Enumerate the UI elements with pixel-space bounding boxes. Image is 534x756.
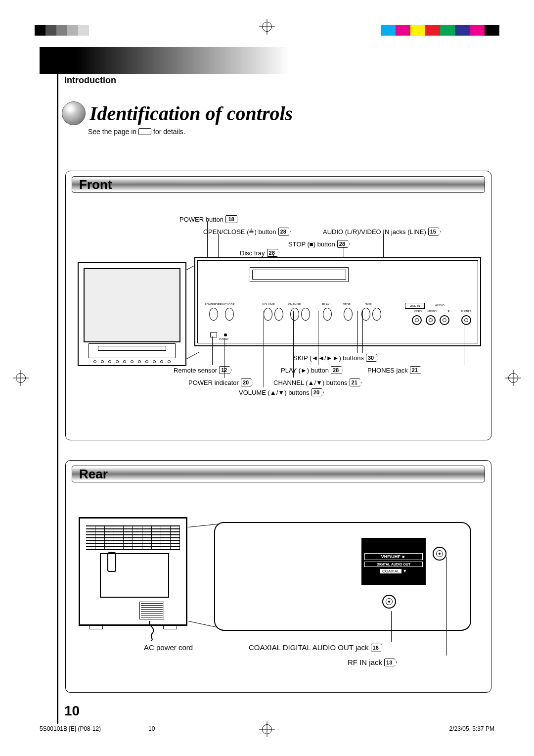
tiny-label: R [447, 310, 449, 313]
tv-buttons-row-icon [93, 360, 171, 364]
coaxial-tag: COAXIAL [380, 569, 401, 573]
openclose-btn-icon [225, 308, 234, 321]
tv-front-thumb [78, 262, 186, 366]
disc-tray-icon [250, 267, 349, 282]
page-ref: 13 [384, 659, 397, 666]
tiny-label: L/MONO [427, 310, 437, 313]
label-ac-cord: AC power cord [144, 643, 193, 652]
remote-sensor-icon [210, 332, 217, 337]
front-panel-closeup: POWER OPEN/CLOSE VOLUME CHANNEL PLAY STO… [194, 257, 481, 346]
stop-btn-icon [344, 308, 353, 321]
phones-jack-icon [461, 315, 471, 325]
tiny-label: VOLUME [259, 303, 278, 306]
play-btn-icon [323, 308, 332, 321]
tv-label-plate-icon [139, 602, 164, 619]
label-remote-sensor: Remote sensor 12 [174, 366, 231, 374]
ch-down-icon [290, 308, 299, 321]
arrow-down-icon: ▼ [402, 568, 407, 573]
tv-screen-icon [84, 268, 180, 342]
footer-doc: 5S00101B [E] (P08-12) [40, 725, 101, 732]
page-ref: 15 [428, 228, 441, 236]
page-ref: 16 [371, 644, 383, 652]
vhf-uhf-label: VHF/UHF ► [364, 553, 423, 560]
label-coaxial: COAXIAL DIGITAL AUDIO OUT jack 16 [249, 643, 383, 652]
label-channel: CHANNEL (▲/▼) buttons 21 [273, 378, 362, 386]
ac-cord-icon [145, 621, 160, 641]
tiny-label: VIDEO [414, 310, 422, 313]
digital-out-label: DIGITAL AUDIO OUT [364, 562, 423, 567]
audio-l-jack-icon [426, 315, 436, 325]
tiny-label: SKIP [358, 303, 378, 306]
header-gradient [40, 47, 494, 74]
front-heading: Front [72, 176, 485, 193]
tiny-label: CHANNEL [285, 303, 305, 306]
rear-section: Rear VHF/UHF ► DIGITAL AUDIO OUT [65, 460, 491, 693]
page-ref: 20 [241, 378, 253, 386]
page-title: Identification of controls [62, 101, 293, 125]
rear-heading: Rear [72, 466, 485, 482]
page-ref: 28 [331, 366, 343, 374]
footer-date: 2/23/05, 5:37 PM [449, 725, 494, 732]
title-ornament-icon [62, 101, 86, 125]
label-rf-in: RF IN jack 13 [348, 658, 397, 666]
page-ref: 30 [366, 354, 378, 362]
page-ref-icon [138, 128, 151, 135]
tiny-label: AUDIO [435, 304, 445, 307]
left-register-mark-icon [14, 371, 28, 385]
title-text: Identification of controls [89, 102, 293, 125]
tv-cavity-icon [100, 553, 169, 598]
tv-grille-icon [86, 525, 180, 550]
label-open-close: OPEN/CLOSE (≜) button 28 [203, 228, 291, 236]
video-jack-icon [412, 315, 422, 325]
tv-rear-thumb [79, 517, 187, 626]
line-in-label: LINE IN [405, 303, 425, 309]
title-subtitle: See the page in for details. [88, 128, 185, 136]
subtitle-pre: See the page in [88, 128, 136, 136]
page-ref: 12 [219, 366, 231, 374]
subtitle-post: for details. [153, 128, 185, 136]
tiny-label: PHONES [461, 310, 471, 313]
label-volume: VOLUME (▲/▼) buttons 20 [239, 388, 324, 396]
bottom-register-mark-icon [260, 722, 274, 736]
top-register-mark-icon [260, 20, 274, 34]
rear-label-block: VHF/UHF ► DIGITAL AUDIO OUT COAXIAL ▼ [361, 538, 426, 585]
audio-r-jack-icon [440, 315, 449, 325]
vol-down-icon [264, 308, 272, 321]
vol-up-icon [274, 308, 283, 321]
rf-in-jack-icon [433, 547, 446, 561]
margin-rule [57, 47, 58, 724]
label-power-button: POWER button 18 [179, 215, 237, 223]
page-ref: 18 [225, 215, 237, 223]
coaxial-jack-icon [382, 595, 396, 609]
skip-next-icon [372, 308, 381, 321]
chapter-label: Introduction [64, 75, 116, 86]
rear-panel-closeup: VHF/UHF ► DIGITAL AUDIO OUT COAXIAL ▼ [214, 522, 471, 631]
label-stop: STOP (■) button 28 [288, 240, 350, 248]
page-number: 10 [64, 703, 80, 719]
right-register-mark-icon [506, 371, 520, 385]
power-btn-icon [209, 308, 218, 321]
page: Introduction 10 Identification of contro… [0, 0, 534, 756]
tiny-label: PLAY [316, 303, 336, 306]
label-power-indicator: POWER indicator 20 [188, 378, 253, 386]
footer-page: 10 [148, 725, 155, 732]
tiny-label: STOP [337, 303, 356, 306]
label-play: PLAY (►) button 28 [281, 366, 343, 374]
ch-up-icon [301, 308, 310, 321]
tv-foot-icon [89, 624, 103, 629]
tv-foot-icon [163, 624, 177, 629]
page-ref: 20 [312, 388, 324, 396]
front-section: Front POWER button 18 OPEN/CLOS [65, 171, 491, 440]
label-phones: PHONES jack 21 [367, 366, 422, 374]
tv-base-icon [89, 343, 176, 358]
page-ref: 21 [410, 366, 422, 374]
label-av-in: AUDIO (L/R)/VIDEO IN jacks (LINE) 15 [323, 228, 441, 236]
label-skip: SKIP (◄◄/►►) buttons 30 [293, 354, 378, 362]
page-ref: 21 [350, 378, 362, 386]
page-ref: 28 [278, 228, 291, 236]
tiny-label: OPEN/CLOSE [215, 303, 235, 306]
power-led-icon [224, 333, 227, 336]
